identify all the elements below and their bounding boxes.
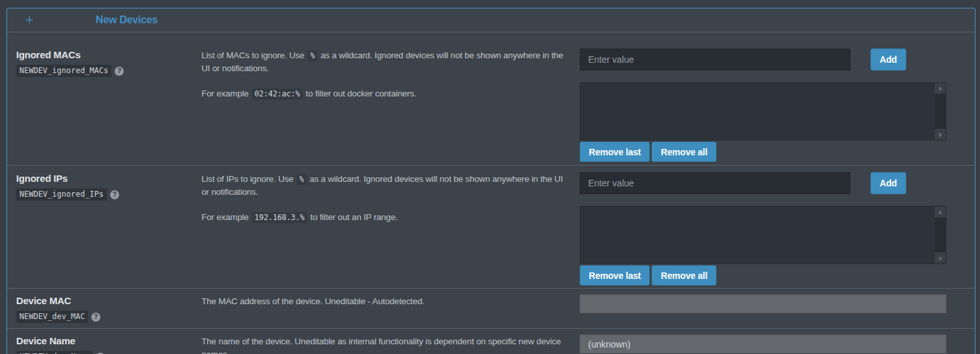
setting-label-block: Device MAC NEWDEV_dev_MAC ? [16,294,201,323]
ignored-ips-input[interactable] [580,172,850,194]
setting-label-block: Ignored MACs NEWDEV_ignored_MACs ? [16,49,201,77]
scroll-up-icon[interactable]: ∧ [935,83,946,94]
setting-label-block: Device Name NEWDEV_dev_Name ? [16,335,201,354]
setting-label: Ignored MACs [16,49,201,60]
scroll-down-icon[interactable]: ∨ [935,252,946,263]
help-icon[interactable]: ? [115,67,124,76]
ignored-ips-add-button[interactable]: Add [871,172,906,194]
setting-controls [580,294,946,313]
listbox-scrollbar[interactable]: ∧ ∨ [935,83,946,140]
new-devices-panel: + New Devices Ignored MACs NEWDEV_ignore… [6,8,975,354]
setting-row-ignored-ips: Ignored IPs NEWDEV_ignored_IPs ? List of… [7,165,975,288]
setting-code-line: NEWDEV_dev_Name ? [16,351,201,354]
setting-code-line: NEWDEV_dev_MAC ? [16,311,201,323]
ignored-macs-add-button[interactable]: Add [871,49,906,71]
setting-code: NEWDEV_dev_MAC [16,311,88,323]
setting-code: NEWDEV_ignored_IPs [16,188,107,201]
description-text: List of IPs to ignore. Use%as a wildcard… [201,173,571,198]
setting-description: The MAC address of the device. Uneditabl… [201,295,580,308]
setting-row-device-mac: Device MAC NEWDEV_dev_MAC ? The MAC addr… [7,288,975,328]
list-buttons: Remove last Remove all [580,265,946,285]
example-text: For example02:42:ac:%to filter out docke… [201,87,571,100]
setting-label-block: Ignored IPs NEWDEV_ignored_IPs ? [16,172,201,201]
setting-controls: Add ∧ ∨ Remove last Remove all [580,49,946,162]
ignored-macs-input[interactable] [580,49,850,71]
wildcard-code: % [297,174,306,185]
ignored-macs-remove-all-button[interactable]: Remove all [652,142,716,162]
setting-controls: Add ∧ ∨ Remove last Remove all [580,172,946,285]
setting-controls [580,335,946,353]
help-icon[interactable]: ? [91,313,100,322]
description-text: The name of the device. Uneditable as in… [201,335,571,354]
listbox-scrollbar[interactable]: ∧ ∨ [935,206,946,263]
setting-code-line: NEWDEV_ignored_MACs ? [16,65,201,77]
panel-title: New Devices [96,14,158,26]
description-text: The MAC address of the device. Uneditabl… [201,295,571,308]
setting-code-line: NEWDEV_ignored_IPs ? [16,188,201,201]
device-name-input [580,335,946,353]
help-icon[interactable]: ? [110,190,119,199]
input-row: Add [580,49,946,71]
setting-description: The name of the device. Uneditable as in… [201,335,580,354]
scroll-up-icon[interactable]: ∧ [935,206,946,217]
wildcard-code: % [308,50,317,61]
ignored-ips-remove-last-button[interactable]: Remove last [580,265,650,285]
setting-description: List of IPs to ignore. Use%as a wildcard… [201,173,580,224]
description-text: List of MACs to ignore. Use%as a wildcar… [201,49,571,74]
setting-code: NEWDEV_dev_Name [16,351,93,354]
setting-label: Device MAC [16,295,201,306]
list-buttons: Remove last Remove all [580,142,946,162]
scrollbar-track[interactable] [935,94,946,129]
setting-row-device-name: Device Name NEWDEV_dev_Name ? The name o… [7,328,975,354]
scrollbar-track[interactable] [935,217,946,252]
ignored-macs-listbox[interactable]: ∧ ∨ [580,82,946,140]
ignored-ips-remove-all-button[interactable]: Remove all [652,265,716,285]
setting-code: NEWDEV_ignored_MACs [16,65,111,77]
example-code: 02:42:ac:% [252,89,302,100]
setting-row-ignored-macs: Ignored MACs NEWDEV_ignored_MACs ? List … [7,32,975,165]
scroll-down-icon[interactable]: ∨ [935,129,946,140]
ignored-macs-remove-last-button[interactable]: Remove last [580,142,650,162]
setting-description: List of MACs to ignore. Use%as a wildcar… [201,49,580,100]
example-text: For example192.168.3.%to filter out an I… [201,211,571,224]
device-mac-input [580,294,946,313]
example-code: 192.168.3.% [252,212,307,223]
panel-header: + New Devices [7,8,975,32]
settings-page: + New Devices Ignored MACs NEWDEV_ignore… [0,0,980,354]
setting-label: Ignored IPs [16,173,201,184]
plus-icon[interactable]: + [25,13,34,27]
input-row: Add [580,172,946,194]
setting-label: Device Name [16,335,201,346]
ignored-ips-listbox[interactable]: ∧ ∨ [580,206,946,264]
